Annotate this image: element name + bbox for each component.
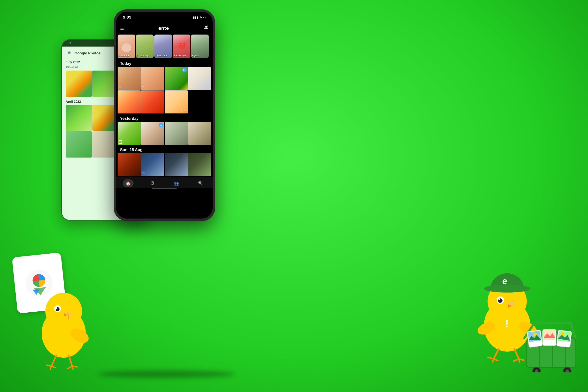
front-phone: 9:09 ▮▮▮ ⊙ ▭ ☰ ente + bbox=[114, 10, 214, 220]
video-duration: 0:57 bbox=[182, 110, 187, 112]
search-icon[interactable]: 🔍 bbox=[195, 179, 206, 187]
section-sun-aug: Sun, 15 Aug bbox=[116, 146, 213, 153]
memory-3[interactable]: 3 years ago bbox=[154, 34, 172, 58]
bottom-nav: 🏠 🖼 👥 🔍 bbox=[116, 177, 213, 188]
heart-2: ♡ bbox=[142, 85, 145, 89]
section-today: Today bbox=[116, 60, 213, 67]
memory-3-label: 3 years ago bbox=[155, 54, 168, 57]
battery-icon: ▭ bbox=[203, 16, 206, 19]
photo-man-phone[interactable] bbox=[188, 122, 211, 145]
app-title: ente bbox=[158, 26, 169, 31]
status-bar: 9:09 ▮▮▮ ⊙ ▭ bbox=[116, 12, 213, 23]
svg-point-28 bbox=[498, 298, 502, 303]
svg-point-26 bbox=[484, 285, 530, 292]
memory-5[interactable]: 6 years bbox=[191, 34, 209, 58]
photo-red-poppies[interactable] bbox=[118, 153, 141, 176]
photo-couple-walk[interactable] bbox=[165, 122, 188, 145]
svg-line-21 bbox=[72, 366, 77, 367]
photo-woman-field[interactable] bbox=[118, 122, 141, 145]
photo-girl-pink[interactable] bbox=[141, 90, 164, 114]
memories-strip[interactable]: 1 year ago 2 years ago 3 years ago ❤️ 4 … bbox=[116, 33, 213, 60]
photo-girl-balloons[interactable]: 0:57 bbox=[165, 90, 188, 114]
heart-1: ♡ bbox=[118, 85, 122, 89]
upload-button[interactable]: + bbox=[203, 25, 209, 32]
nav-albums[interactable]: 🖼 bbox=[147, 179, 158, 187]
yesterday-row1: A bbox=[116, 122, 213, 145]
left-bird-area bbox=[0, 235, 122, 372]
shared-badge: 8+ bbox=[182, 68, 187, 72]
svg-line-19 bbox=[68, 366, 72, 369]
back-thumb-1 bbox=[66, 70, 92, 97]
home-icon[interactable]: 🏠 bbox=[123, 179, 134, 187]
svg-rect-0 bbox=[204, 28, 208, 29]
back-thumb-4 bbox=[66, 105, 92, 131]
memory-5-label: 6 years bbox=[192, 54, 200, 57]
svg-rect-51 bbox=[528, 331, 541, 342]
dynamic-island bbox=[154, 14, 174, 21]
svg-point-12 bbox=[56, 308, 57, 309]
back-phone-title: Google Photos bbox=[74, 51, 101, 55]
hamburger-button[interactable]: ☰ bbox=[120, 26, 124, 31]
photo-boy-river[interactable]: ♡ bbox=[141, 153, 164, 176]
photo-girl-white[interactable]: A bbox=[141, 122, 164, 145]
memory-4-label: 4 years ago bbox=[174, 54, 186, 57]
status-icons: ▮▮▮ ⊙ ▭ bbox=[193, 16, 206, 19]
checkbox-1[interactable] bbox=[118, 140, 122, 144]
photo-family-walk[interactable] bbox=[188, 153, 211, 176]
home-bar bbox=[152, 188, 177, 189]
memory-4[interactable]: ❤️ 4 years ago bbox=[173, 34, 190, 58]
nav-home[interactable]: 🏠 bbox=[123, 179, 134, 187]
svg-line-35 bbox=[494, 359, 498, 361]
nav-search[interactable]: 🔍 bbox=[195, 179, 206, 187]
svg-line-17 bbox=[52, 366, 55, 368]
memory-1-label: 1 year ago bbox=[118, 54, 130, 57]
photo-family-party[interactable]: ♡ bbox=[118, 67, 141, 90]
signal-icon: ▮▮▮ bbox=[193, 16, 198, 19]
shopping-cart bbox=[522, 318, 583, 372]
nav-people[interactable]: 👥 bbox=[171, 179, 182, 187]
svg-line-33 bbox=[488, 357, 494, 359]
aug-row1: ♡ bbox=[116, 153, 213, 176]
memory-1[interactable]: 1 year ago bbox=[118, 34, 135, 58]
back-phone-time: 9:09 bbox=[66, 42, 71, 44]
shared-badge-2: A bbox=[159, 123, 163, 127]
svg-line-37 bbox=[514, 359, 519, 361]
svg-point-22 bbox=[66, 312, 72, 316]
svg-point-40 bbox=[508, 302, 515, 306]
photo-woman-curly[interactable]: ♡ bbox=[141, 67, 164, 90]
svg-text:+: + bbox=[207, 25, 208, 28]
photo-forest-dark[interactable] bbox=[165, 153, 188, 176]
svg-line-15 bbox=[46, 365, 52, 366]
right-bird-area: e ! bbox=[456, 235, 583, 377]
svg-line-36 bbox=[514, 349, 519, 359]
svg-point-9 bbox=[45, 293, 82, 330]
home-indicator bbox=[116, 188, 213, 190]
hat-letter: e bbox=[502, 276, 507, 286]
svg-line-18 bbox=[68, 355, 72, 366]
svg-point-29 bbox=[498, 299, 500, 300]
svg-line-14 bbox=[52, 355, 56, 366]
svg-text:!: ! bbox=[505, 318, 508, 329]
heart-3: ♡ bbox=[189, 85, 192, 89]
memory-2-label: 2 years ago bbox=[137, 54, 149, 57]
app-screen: ☰ ente + 1 year ago 2 bbox=[116, 23, 213, 218]
section-yesterday: Yesterday bbox=[116, 114, 213, 122]
today-row1: ♡ ♡ 8+ ♡ bbox=[116, 67, 213, 90]
memory-2[interactable]: 2 years ago bbox=[136, 34, 154, 58]
status-time: 9:09 bbox=[123, 15, 131, 20]
photo-birthday-table[interactable]: 8+ bbox=[165, 67, 188, 90]
empty-cell bbox=[188, 90, 211, 114]
app-header: ☰ ente + bbox=[116, 23, 213, 33]
people-icon[interactable]: 👥 bbox=[171, 179, 182, 187]
photo-baby-birthday[interactable] bbox=[118, 90, 141, 114]
svg-line-32 bbox=[494, 349, 498, 359]
heart-4: ♡ bbox=[142, 172, 145, 175]
back-thumb-7 bbox=[66, 131, 92, 158]
google-photos-logo bbox=[66, 50, 72, 56]
today-row2: 0:57 bbox=[116, 90, 213, 114]
albums-icon[interactable]: 🖼 bbox=[147, 179, 158, 187]
left-bird bbox=[30, 272, 98, 370]
wifi-icon: ⊙ bbox=[200, 16, 202, 19]
photo-wedding-cake[interactable]: ♡ bbox=[188, 67, 211, 90]
